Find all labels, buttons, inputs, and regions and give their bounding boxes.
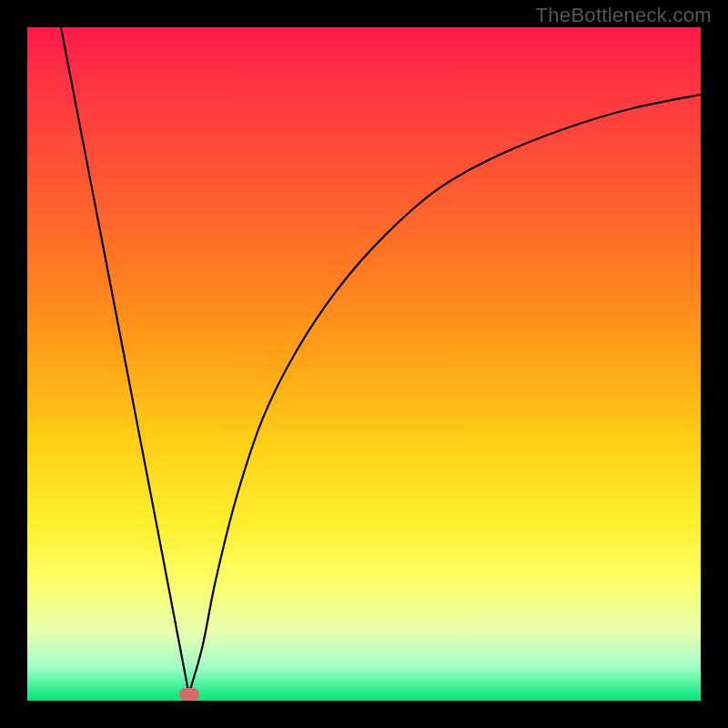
chart-frame: TheBottleneck.com [0, 0, 728, 728]
curve-path [61, 27, 701, 694]
optimum-marker [179, 688, 199, 701]
bottleneck-curve [27, 27, 701, 701]
watermark-text: TheBottleneck.com [536, 4, 712, 27]
plot-area [27, 27, 701, 701]
